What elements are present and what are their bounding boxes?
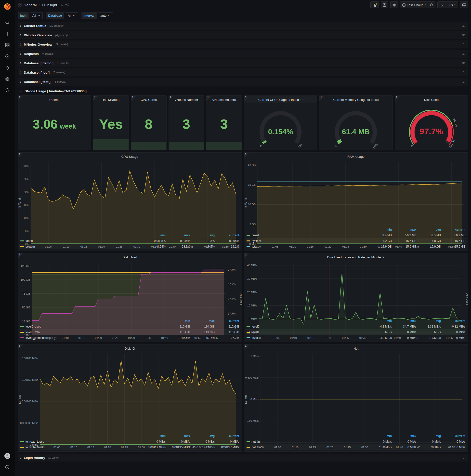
grafana-logo-icon[interactable] [3,2,12,11]
panel-title[interactable]: Uptime [18,96,91,102]
net-chart[interactable]: -1 Mb/s-0.50 Mb/s0 Mb/s0.500 Mb/s1 Mb/s0… [244,351,468,433]
svg-text:75: 75 [452,118,456,122]
svg-text:01:20: 01:20 [104,446,111,449]
dashboard-row[interactable]: Database: [ test ](5 panels) [18,78,468,86]
panel-title[interactable]: RAM Usage [244,153,468,159]
row-drag-handle[interactable] [462,43,466,46]
disk-rate-chart[interactable]: -10 MB/s0 MB/s10 MB/s20 MB/s30 MB/s40 MB… [244,260,468,318]
alerting-bell-icon[interactable] [2,63,12,73]
svg-text:+: + [376,3,377,5]
breadcrumb-folder[interactable]: General [24,3,36,7]
dashboard-row[interactable]: Requests(4 panels) [18,50,468,58]
refresh-interval-picker[interactable]: 30s [445,1,458,8]
panel-info-icon[interactable]: i [206,96,212,101]
dashboard-row[interactable]: MNodes Overview(2 panels) [18,40,468,48]
row-drag-handle[interactable] [462,34,466,36]
panel-info-icon[interactable]: i [395,96,400,101]
star-icon[interactable]: ☆ [60,3,64,7]
panel-menu-chevron-icon[interactable] [382,256,385,258]
stat-value: 3.06week [33,118,76,131]
row-drag-handle[interactable] [462,71,466,74]
svg-text:0.00100 MB/s: 0.00100 MB/s [22,400,38,403]
server-admin-shield-icon[interactable] [2,85,12,95]
stat-value: 8 [145,117,152,131]
panel-title[interactable]: Disk Used Increasing Rate per Minute [244,253,468,260]
panel-info-icon[interactable]: i [320,96,325,101]
dashboard-row[interactable]: Database: [ log ](5 panels) [18,68,468,76]
cpu-gauge[interactable]: 01000.154% [244,102,317,150]
help-icon[interactable]: ? [2,462,12,472]
create-plus-icon[interactable] [2,29,12,39]
svg-text:97.6%: 97.6% [228,327,236,329]
dashboard-row[interactable]: Database: [ demo ](5 panels) [18,59,468,67]
panel-info-icon[interactable]: i [18,344,23,350]
dashboards-icon[interactable] [2,40,12,50]
disk-used-gauge[interactable]: 075809510097.7% [395,102,468,150]
row-drag-handle[interactable] [462,25,466,27]
dashboard-row-dnode-usage[interactable]: DNode Usage [ huolinhe-TM1701:6030 ] [18,87,468,95]
chevron-right-icon [20,43,22,46]
panel-title[interactable]: Current CPU Usage of taosd [244,96,317,102]
share-icon[interactable] [66,3,69,7]
cycle-view-mode-button[interactable] [460,1,468,8]
svg-text:97.7%: 97.7% [228,283,236,286]
panel-title[interactable]: Disk Used [395,96,468,102]
refresh-button[interactable] [437,1,445,8]
save-dashboard-button[interactable] [381,1,388,8]
panel-info-icon[interactable]: i [244,153,250,158]
panel-info-icon[interactable]: i [93,96,99,101]
panel-menu-chevron-icon[interactable] [300,99,303,100]
panel-title[interactable]: Disk IO [18,344,242,351]
memory-gauge[interactable]: 0158561.4 MB [320,102,392,150]
cpu-usage-chart[interactable]: 0%5%10%15%20%25%30%01:0001:0501:1001:150… [18,159,242,232]
add-panel-button[interactable]: + [370,1,379,8]
dashboard-row-login-history[interactable]: Login History (1 panel) [18,454,468,461]
chevron-right-icon [20,71,22,74]
svg-text:0.000500 MB/s: 0.000500 MB/s [20,422,38,425]
explore-compass-icon[interactable] [2,51,12,61]
chevron-down-icon [20,90,22,92]
svg-text:01:30: 01:30 [128,336,135,339]
panel-info-icon[interactable]: i [244,253,250,259]
panel-info-icon[interactable]: i [244,96,250,101]
panel-title[interactable]: Current Memory Usage of taosd [320,96,392,102]
ram-usage-chart[interactable]: 0 MB5 GB10 GB15 GB20 GB01:0001:0501:1001… [244,159,468,226]
row-drag-handle[interactable] [462,456,466,459]
sidebar: ? [0,0,15,476]
dashboard-row[interactable]: Cluster Status(21 panels) [18,22,468,30]
configuration-gear-icon[interactable] [2,74,12,84]
dashboards-grid-icon[interactable] [18,3,22,7]
variable-database-value[interactable]: All [65,12,78,19]
svg-text:01:10: 01:10 [290,336,297,339]
dashboard-settings-button[interactable] [390,1,398,8]
svg-text:?: ? [7,466,8,469]
svg-text:01:00: 01:00 [254,245,261,248]
svg-text:01:40: 01:40 [172,446,179,449]
panel-title[interactable]: Net [244,344,468,351]
zoom-out-time-button[interactable] [428,1,436,8]
svg-text:01:40: 01:40 [161,336,168,339]
panel-info-icon[interactable]: i [18,253,23,259]
panel-info-icon[interactable]: i [18,153,23,158]
row-drag-handle[interactable] [462,81,466,83]
svg-text:40 MB/s: 40 MB/s [247,264,257,267]
row-panel-count: (1 panel) [48,456,59,459]
svg-text:01:45: 01:45 [178,336,185,339]
panel-title[interactable]: CPU Usage [18,153,242,159]
disk-io-chart[interactable]: 0 MB/s0.000500 MB/s0.00100 MB/s0.00150 M… [18,351,242,433]
user-avatar[interactable] [2,451,12,461]
variable-fqdn-value[interactable]: All [30,12,42,19]
disk-used-chart[interactable]: 0 GiB25 GiB50 GiB75 GiB100 GiB125 GiB97.… [18,260,242,318]
panel-info-icon[interactable]: i [18,96,23,101]
svg-text:01:10: 01:10 [63,245,70,248]
panel-title[interactable]: Disk Used [18,253,242,260]
panel-info-icon[interactable]: i [244,344,250,350]
dashboard-row[interactable]: DNodes Overview(4 panels) [18,31,468,39]
panel-info-icon[interactable]: i [131,96,136,101]
panel-info-icon[interactable]: i [169,96,174,101]
row-drag-handle[interactable] [462,52,466,55]
search-icon[interactable] [2,18,12,28]
time-range-picker[interactable]: Last 1 hour [400,1,428,8]
variable-interval-value[interactable]: auto [98,12,113,19]
row-drag-handle[interactable] [462,62,466,64]
